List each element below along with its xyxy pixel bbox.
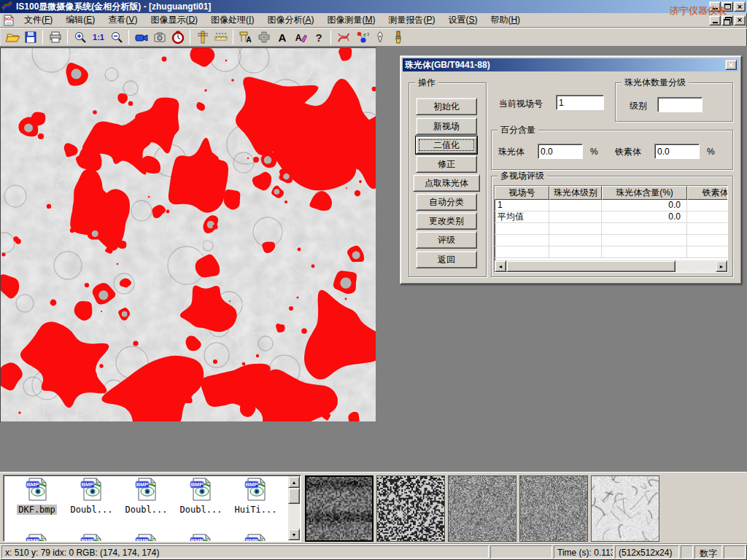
- svg-text:BMP: BMP: [190, 481, 203, 488]
- pearlite-percent-input[interactable]: [538, 144, 583, 159]
- actual-size-button[interactable]: 1:1: [89, 28, 107, 46]
- menu-item-view[interactable]: 查看(V): [101, 12, 144, 28]
- minimize-button[interactable]: [709, 1, 721, 12]
- scrollbar-thumb[interactable]: [506, 260, 676, 272]
- maximize-button[interactable]: [721, 1, 733, 12]
- cursor-position-panel: x: 510 y: 79 idx: 0 RGB: (174, 174, 174): [1, 545, 489, 559]
- menu-item-settings[interactable]: 设置(S): [441, 12, 484, 28]
- save-button[interactable]: [21, 28, 39, 46]
- toolbar-separator: [233, 30, 233, 44]
- curve-tool-button[interactable]: [334, 28, 352, 46]
- svg-text:e: e: [363, 32, 366, 37]
- dialog-title-bar[interactable]: 珠光体(GB/T9441-88) ×: [403, 58, 739, 71]
- level-input[interactable]: [657, 97, 703, 112]
- menu-item-image-analysis[interactable]: 图像分析(A): [260, 12, 320, 28]
- bmp-file-icon: BMP: [189, 477, 214, 502]
- toolbar: 1:1 A A A ? e3: [0, 28, 747, 47]
- scroll-left-icon[interactable]: ◄: [495, 260, 506, 272]
- pen-tool-icon: [373, 30, 387, 44]
- file-item-row2[interactable]: BMP: [228, 533, 283, 542]
- open-file-button[interactable]: [3, 28, 21, 46]
- pick-pearlite-button[interactable]: 点取珠光体: [413, 174, 480, 192]
- zoom-out-button[interactable]: [107, 28, 125, 46]
- return-button[interactable]: 返回: [416, 251, 477, 268]
- micrograph-image[interactable]: [0, 47, 376, 422]
- svg-text:BMP: BMP: [136, 481, 148, 488]
- brush-tool-button[interactable]: [389, 28, 407, 46]
- change-class-button[interactable]: 更改类别: [416, 212, 477, 230]
- file-item-row2[interactable]: BMP: [9, 533, 64, 542]
- scrollbar-thumb[interactable]: [288, 488, 300, 504]
- ruler-measure-button[interactable]: [212, 28, 230, 46]
- mdi-minimize-icon: [713, 22, 718, 23]
- document-icon[interactable]: DOC: [3, 15, 15, 26]
- correct-button[interactable]: 修正: [416, 155, 477, 173]
- mdi-minimize-button[interactable]: [709, 15, 721, 26]
- table-row[interactable]: 1 0.0: [495, 200, 727, 211]
- snapshot-button[interactable]: [150, 28, 169, 46]
- measure-label-button[interactable]: A: [236, 28, 255, 46]
- table-horizontal-scrollbar[interactable]: ◄ ►: [495, 260, 727, 272]
- minimize-icon: [713, 8, 718, 9]
- file-item-dkf[interactable]: BMPDKF.bmp: [9, 477, 64, 515]
- multi-field-table[interactable]: 视场号 珠光体级别 珠光体含量(%) 铁素体含量(%) 1 0.0 平均值 0.…: [494, 185, 728, 273]
- file-item-double-1[interactable]: BMPDoubl...: [64, 477, 119, 515]
- scroll-right-icon[interactable]: ►: [716, 260, 727, 272]
- table-row[interactable]: [495, 246, 727, 258]
- bmp-file-icon: BMP: [244, 533, 268, 542]
- menu-item-report[interactable]: 测量报告(P): [382, 12, 441, 28]
- menu-item-image-display[interactable]: 图像显示(D): [144, 12, 204, 28]
- menu-item-help[interactable]: 帮助(H): [484, 12, 527, 28]
- table-header-row: 视场号 珠光体级别 珠光体含量(%) 铁素体含量(%): [495, 186, 727, 200]
- menu-item-file[interactable]: 文件(F): [18, 12, 59, 28]
- file-item-row2[interactable]: BMP: [119, 533, 174, 542]
- mdi-restore-button[interactable]: [721, 15, 733, 26]
- scroll-up-icon[interactable]: ▲: [288, 476, 300, 488]
- dialog-close-button[interactable]: ×: [725, 60, 737, 70]
- table-row[interactable]: 平均值 0.0: [495, 211, 727, 223]
- auto-classify-button[interactable]: 自动分类: [416, 193, 477, 211]
- grid-tool-button[interactable]: [255, 28, 273, 46]
- classify-tool-button[interactable]: e3: [352, 28, 371, 46]
- menu-item-edit[interactable]: 编辑(E): [59, 12, 101, 28]
- scroll-down-icon[interactable]: ▼: [288, 529, 300, 540]
- pen-tool-button[interactable]: [371, 28, 389, 46]
- text-annotation-button[interactable]: A: [273, 28, 291, 46]
- sample-thumbnail-1[interactable]: [305, 475, 374, 542]
- caliper-measure-button[interactable]: [193, 28, 212, 46]
- zoom-in-button[interactable]: [71, 28, 89, 46]
- sample-thumbnail-2[interactable]: [376, 475, 445, 542]
- table-row[interactable]: [495, 223, 727, 235]
- close-button[interactable]: ×: [734, 1, 746, 12]
- file-item-double-2[interactable]: BMPDoubl...: [119, 477, 174, 515]
- file-item-huiti[interactable]: BMPHuiTi...: [228, 477, 283, 515]
- sample-thumbnail-5[interactable]: [591, 475, 659, 542]
- table-row[interactable]: [495, 235, 727, 246]
- menu-item-image-measure[interactable]: 图像测量(M): [320, 12, 382, 28]
- menu-item-image-processing[interactable]: 图像处理(I): [204, 12, 260, 28]
- file-item-row2[interactable]: BMP: [174, 533, 228, 542]
- svg-text:A: A: [246, 36, 251, 44]
- file-list[interactable]: BMPDKF.bmp BMPDoubl... BMPDoubl... BMPDo…: [3, 475, 301, 542]
- init-button[interactable]: 初始化: [416, 98, 477, 115]
- binarize-button[interactable]: 二值化: [416, 136, 477, 154]
- file-item-double-3[interactable]: BMPDoubl...: [174, 477, 228, 515]
- edit-text-button[interactable]: A: [291, 28, 309, 46]
- current-field-label: 当前视场号: [499, 98, 543, 109]
- print-button[interactable]: [46, 28, 64, 46]
- svg-text:BMP: BMP: [26, 537, 39, 542]
- ferrite-percent-input[interactable]: [654, 144, 700, 159]
- sample-thumbnail-3[interactable]: [448, 475, 516, 542]
- grade-button[interactable]: 评级: [416, 231, 477, 249]
- mdi-close-button[interactable]: ×: [734, 15, 746, 26]
- file-list-scrollbar[interactable]: ▲ ▼: [288, 476, 300, 540]
- new-field-button[interactable]: 新视场: [416, 117, 477, 135]
- bmp-file-icon: BMP: [80, 477, 104, 502]
- video-capture-button[interactable]: [132, 28, 150, 46]
- current-field-input[interactable]: [556, 95, 604, 110]
- file-item-row2[interactable]: BMP: [64, 533, 119, 542]
- help-button[interactable]: ?: [309, 28, 328, 46]
- timer-button[interactable]: [169, 28, 187, 46]
- sample-thumbnail-4[interactable]: [519, 475, 588, 542]
- bmp-file-icon: BMP: [80, 533, 104, 542]
